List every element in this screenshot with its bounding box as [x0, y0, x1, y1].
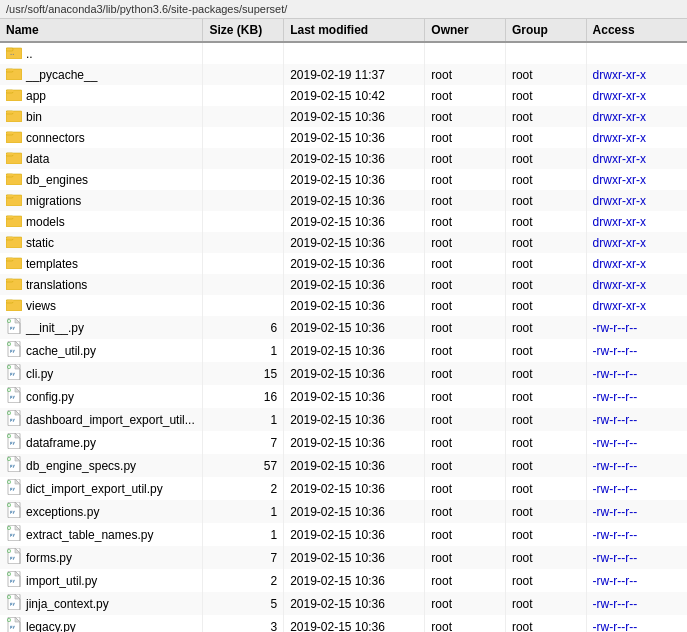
file-icon: py — [6, 617, 22, 632]
cell-owner: root — [425, 339, 506, 362]
cell-size: 2 — [203, 569, 284, 592]
file-icon: py — [6, 318, 22, 337]
table-header-row: Name Size (KB) Last modified Owner Group… — [0, 19, 687, 42]
cell-owner: root — [425, 431, 506, 454]
file-name: connectors — [26, 131, 85, 145]
table-row[interactable]: __pycache__ 2019-02-19 11:37 root root d… — [0, 64, 687, 85]
folder-icon — [6, 276, 22, 293]
table-row[interactable]: db_engines 2019-02-15 10:36 root root dr… — [0, 169, 687, 190]
cell-name: views — [0, 295, 203, 316]
cell-group: root — [505, 408, 586, 431]
col-header-size[interactable]: Size (KB) — [203, 19, 284, 42]
table-row[interactable]: models 2019-02-15 10:36 root root drwxr-… — [0, 211, 687, 232]
cell-owner: root — [425, 362, 506, 385]
cell-size: 1 — [203, 500, 284, 523]
cell-owner: root — [425, 523, 506, 546]
table-row[interactable]: connectors 2019-02-15 10:36 root root dr… — [0, 127, 687, 148]
cell-modified: 2019-02-15 10:36 — [284, 106, 425, 127]
cell-name: db_engines — [0, 169, 203, 190]
cell-name: static — [0, 232, 203, 253]
cell-name: py jinja_context.py — [0, 592, 203, 615]
svg-text:py: py — [10, 417, 15, 422]
file-name: __pycache__ — [26, 68, 97, 82]
table-row[interactable]: templates 2019-02-15 10:36 root root drw… — [0, 253, 687, 274]
table-row[interactable]: py cache_util.py 1 2019-02-15 10:36 root… — [0, 339, 687, 362]
cell-size: 6 — [203, 316, 284, 339]
col-header-group[interactable]: Group — [505, 19, 586, 42]
cell-name: py cli.py — [0, 362, 203, 385]
table-row[interactable]: py db_engine_specs.py 57 2019-02-15 10:3… — [0, 454, 687, 477]
svg-text:py: py — [10, 509, 15, 514]
table-row[interactable]: py jinja_context.py 5 2019-02-15 10:36 r… — [0, 592, 687, 615]
cell-access: drwxr-xr-x — [586, 127, 687, 148]
cell-access: -rw-r--r-- — [586, 339, 687, 362]
table-row[interactable]: .. .. — [0, 42, 687, 64]
table-row[interactable]: py config.py 16 2019-02-15 10:36 root ro… — [0, 385, 687, 408]
cell-group: root — [505, 253, 586, 274]
file-name: cli.py — [26, 367, 53, 381]
cell-access: drwxr-xr-x — [586, 148, 687, 169]
col-header-owner[interactable]: Owner — [425, 19, 506, 42]
table-row[interactable]: migrations 2019-02-15 10:36 root root dr… — [0, 190, 687, 211]
cell-group: root — [505, 295, 586, 316]
table-row[interactable]: py dataframe.py 7 2019-02-15 10:36 root … — [0, 431, 687, 454]
cell-size — [203, 232, 284, 253]
col-header-name[interactable]: Name — [0, 19, 203, 42]
svg-point-51 — [8, 412, 10, 414]
table-row[interactable]: app 2019-02-15 10:42 root root drwxr-xr-… — [0, 85, 687, 106]
table-row[interactable]: py import_util.py 2 2019-02-15 10:36 roo… — [0, 569, 687, 592]
file-name: dashboard_import_export_util... — [26, 413, 195, 427]
svg-point-71 — [8, 504, 10, 506]
cell-name: py cache_util.py — [0, 339, 203, 362]
file-icon: py — [6, 479, 22, 498]
cell-group: root — [505, 169, 586, 190]
table-row[interactable]: py cli.py 15 2019-02-15 10:36 root root … — [0, 362, 687, 385]
file-icon: py — [6, 410, 22, 429]
col-header-access[interactable]: Access — [586, 19, 687, 42]
table-row[interactable]: py dict_import_export_util.py 2 2019-02-… — [0, 477, 687, 500]
cell-modified: 2019-02-15 10:36 — [284, 569, 425, 592]
svg-text:py: py — [10, 440, 15, 445]
cell-modified: 2019-02-15 10:36 — [284, 295, 425, 316]
cell-access: drwxr-xr-x — [586, 190, 687, 211]
file-name: legacy.py — [26, 620, 76, 633]
svg-point-91 — [8, 596, 10, 598]
table-row[interactable]: py forms.py 7 2019-02-15 10:36 root root… — [0, 546, 687, 569]
table-row[interactable]: bin 2019-02-15 10:36 root root drwxr-xr-… — [0, 106, 687, 127]
svg-point-86 — [8, 573, 10, 575]
table-row[interactable]: data 2019-02-15 10:36 root root drwxr-xr… — [0, 148, 687, 169]
col-header-modified[interactable]: Last modified — [284, 19, 425, 42]
table-row[interactable]: translations 2019-02-15 10:36 root root … — [0, 274, 687, 295]
cell-modified: 2019-02-15 10:36 — [284, 316, 425, 339]
table-row[interactable]: views 2019-02-15 10:36 root root drwxr-x… — [0, 295, 687, 316]
table-row[interactable]: py __init__.py 6 2019-02-15 10:36 root r… — [0, 316, 687, 339]
table-row[interactable]: py exceptions.py 1 2019-02-15 10:36 root… — [0, 500, 687, 523]
cell-size: 3 — [203, 615, 284, 632]
cell-owner: root — [425, 190, 506, 211]
cell-size — [203, 64, 284, 85]
table-row[interactable]: static 2019-02-15 10:36 root root drwxr-… — [0, 232, 687, 253]
cell-modified: 2019-02-15 10:36 — [284, 127, 425, 148]
cell-modified: 2019-02-15 10:36 — [284, 546, 425, 569]
cell-group: root — [505, 546, 586, 569]
cell-size — [203, 211, 284, 232]
table-row[interactable]: py legacy.py 3 2019-02-15 10:36 root roo… — [0, 615, 687, 632]
file-name: templates — [26, 257, 78, 271]
cell-group: root — [505, 569, 586, 592]
cell-access: drwxr-xr-x — [586, 295, 687, 316]
cell-modified: 2019-02-15 10:36 — [284, 253, 425, 274]
cell-size — [203, 42, 284, 64]
table-row[interactable]: py extract_table_names.py 1 2019-02-15 1… — [0, 523, 687, 546]
cell-name: py dict_import_export_util.py — [0, 477, 203, 500]
file-icon: py — [6, 525, 22, 544]
cell-modified: 2019-02-15 10:36 — [284, 385, 425, 408]
cell-name: py dataframe.py — [0, 431, 203, 454]
cell-group: root — [505, 274, 586, 295]
file-icon: py — [6, 456, 22, 475]
cell-owner: root — [425, 211, 506, 232]
cell-group: root — [505, 615, 586, 632]
svg-point-96 — [8, 619, 10, 621]
folder-icon — [6, 171, 22, 188]
cell-modified: 2019-02-15 10:36 — [284, 362, 425, 385]
table-row[interactable]: py dashboard_import_export_util... 1 201… — [0, 408, 687, 431]
